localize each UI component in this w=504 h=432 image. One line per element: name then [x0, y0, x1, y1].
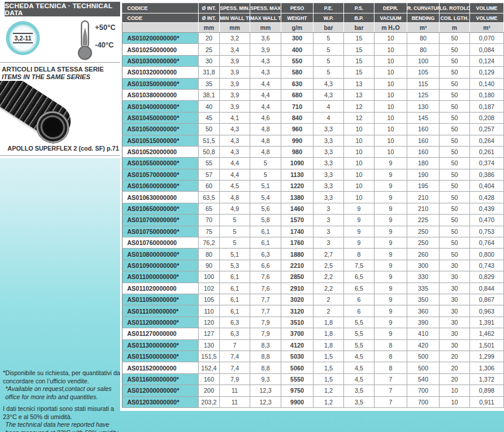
value-cell: 6,1 — [250, 237, 281, 249]
value-cell: 50 — [440, 181, 470, 192]
column-unit: m — [440, 23, 470, 33]
column-unit: m³ — [407, 23, 440, 33]
value-cell: 2 — [314, 294, 344, 305]
value-cell: 51,5 — [199, 135, 220, 146]
value-cell: 30 — [440, 339, 470, 351]
value-cell: 0,261 — [470, 146, 504, 157]
value-cell: 20 — [440, 351, 470, 362]
column-unit — [122, 23, 199, 33]
value-cell: 6,1 — [220, 283, 250, 294]
page-title: SCHEDA TECNICA · TECHNICAL DATA — [5, 2, 120, 16]
footnote-italian: *Disponibile su richiesta, per quantitat… — [3, 369, 121, 385]
value-cell: 50 — [440, 169, 470, 180]
value-cell: 2,2 — [314, 283, 344, 294]
value-cell: 130 — [407, 101, 440, 112]
value-cell: 10 — [344, 146, 374, 157]
value-cell: 390 — [407, 317, 440, 328]
value-cell: 50 — [440, 135, 470, 146]
value-cell: 30 — [440, 294, 470, 305]
value-cell: 25 — [199, 44, 220, 55]
product-code-cell: AS010515000000* — [122, 135, 199, 146]
footnotes: *Disponibile su richiesta, per quantitat… — [3, 369, 121, 432]
value-cell: 20 — [440, 362, 470, 373]
value-cell: 10 — [344, 181, 374, 192]
value-cell: 10 — [374, 124, 407, 135]
value-cell: 0,208 — [470, 112, 504, 123]
value-cell: 6 — [344, 294, 374, 305]
value-cell: 9 — [374, 260, 407, 271]
product-code-cell: AS011270000000 — [122, 328, 199, 339]
value-cell: 4 — [314, 101, 344, 112]
value-cell: 145 — [407, 112, 440, 123]
column-header: SPESS. MIN. — [220, 4, 250, 13]
table-row: AS01052000000050,84,34,89803,31010160500… — [122, 146, 504, 157]
value-cell: 4,4 — [250, 101, 281, 112]
value-cell: 6,6 — [250, 260, 281, 271]
value-cell: 3,3 — [314, 124, 344, 135]
column-header: SPESS. MAX. — [250, 4, 281, 13]
hose-product-photo — [0, 81, 79, 144]
value-cell: 0,264 — [470, 135, 504, 146]
table-row: AS01076000000076,256,11760399250500,764 — [122, 237, 504, 249]
value-cell: 9 — [374, 305, 407, 317]
value-cell: 6,3 — [250, 249, 281, 260]
value-cell: 3,9 — [250, 44, 281, 55]
value-cell: 80 — [407, 44, 440, 55]
table-row: AS010450000000*454,14,684041210145500,20… — [122, 112, 504, 123]
table-header: CODICEØ INT.SPESS. MIN.SPESS. MAX.PESOP.… — [122, 4, 504, 33]
value-cell: 4,5 — [220, 181, 250, 192]
table-row: AS010900000000*905,36,622102,57,59300300… — [122, 260, 504, 271]
value-cell: 1,8 — [314, 317, 344, 328]
value-cell: 1,8 — [314, 328, 344, 339]
temperature-max: +50°C — [95, 23, 115, 32]
value-cell: 6,1 — [220, 305, 250, 317]
column-header: WEIGHT — [281, 13, 314, 23]
value-cell: 10 — [374, 67, 407, 78]
value-cell: 0,867 — [470, 294, 504, 305]
product-code-cell: AS010520000000 — [122, 146, 199, 157]
value-cell: 9 — [344, 203, 374, 214]
value-cell: 9 — [374, 328, 407, 339]
table-row: AS011200000000*1206,37,935101,85,5939030… — [122, 317, 504, 328]
value-cell: 50 — [440, 55, 470, 66]
product-code-cell: AS010380000000 — [122, 89, 199, 100]
column-header: PESO — [281, 4, 314, 13]
value-cell: 0,180 — [470, 89, 504, 100]
value-cell: 0,764 — [470, 237, 504, 249]
value-cell: 350 — [407, 294, 440, 305]
value-cell: 130 — [199, 339, 220, 351]
product-code-cell: AS011520000000 — [122, 362, 199, 373]
value-cell: 1,306 — [470, 362, 504, 373]
table-row: AS010650000000*654,95,61460399210500,439 — [122, 203, 504, 214]
product-code-cell: AS010900000000* — [122, 260, 199, 271]
footnote-group: *Disponibile su richiesta, per quantitat… — [3, 369, 121, 401]
column-header: Ø INT. — [199, 13, 220, 23]
column-header: CODICE — [122, 4, 199, 13]
value-cell: 8,8 — [250, 351, 281, 362]
value-cell: 10 — [374, 55, 407, 66]
value-cell: 3,9 — [220, 89, 250, 100]
value-cell: 105 — [407, 67, 440, 78]
table-row: AS012030000000*203,21112,399001,23,57700… — [122, 396, 504, 407]
value-cell: 1,2 — [314, 385, 344, 396]
value-cell: 7,6 — [250, 271, 281, 283]
value-cell: 10 — [344, 192, 374, 203]
value-cell: 57 — [199, 169, 220, 180]
value-cell: 5,5 — [344, 339, 374, 351]
value-cell: 1570 — [281, 215, 314, 226]
size-range-badge-center: 3,2-11 — [11, 26, 35, 50]
value-cell: 50 — [440, 78, 470, 89]
table-row: AS010500000000*504,34,89603,31010160500,… — [122, 124, 504, 135]
value-cell: 550 — [281, 55, 314, 66]
column-unit: mm — [250, 23, 281, 33]
column-header: B.P. — [344, 13, 374, 23]
value-cell: 3,5 — [344, 396, 374, 407]
table-row: AS011050000000*1056,17,73020269350300,86… — [122, 294, 504, 305]
table-row: AS01032000000031,83,94,358051510105500,1… — [122, 67, 504, 78]
value-cell: 3,2 — [220, 33, 250, 44]
value-cell: 7,9 — [220, 373, 250, 385]
value-cell: 50 — [440, 215, 470, 226]
value-cell: 12 — [344, 101, 374, 112]
value-cell: 3 — [314, 226, 344, 237]
value-cell: 12,3 — [250, 385, 281, 396]
